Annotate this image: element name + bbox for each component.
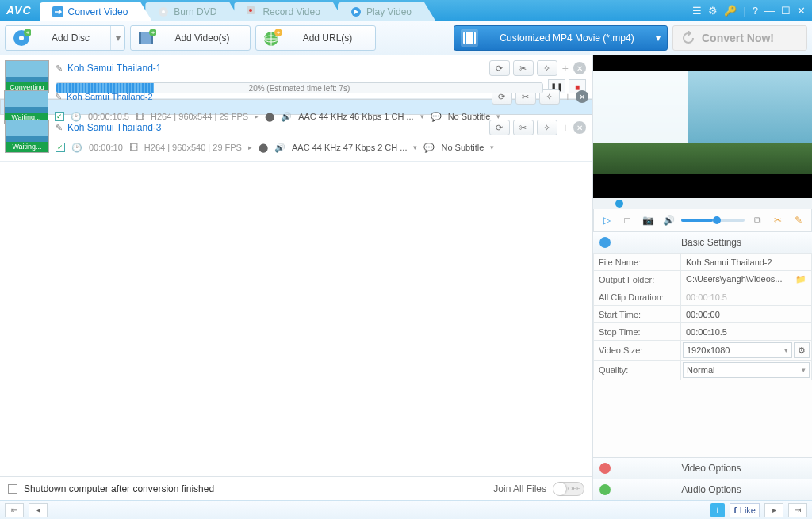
file-name-value[interactable]: Koh Samui Thailand-2	[681, 254, 812, 271]
rotate-button[interactable]: ⟳	[489, 60, 510, 76]
prev-button[interactable]: ◂	[29, 503, 48, 517]
chevron-down-icon[interactable]: ▾	[490, 143, 494, 151]
cut-button[interactable]: ✂	[513, 120, 534, 135]
video-size-select[interactable]: 1920x1080▾	[683, 342, 792, 358]
minimize-icon[interactable]: —	[764, 5, 775, 17]
tab-burn-dvd[interactable]: Burn DVD	[145, 2, 240, 21]
section-header[interactable]: Video Options	[593, 458, 812, 479]
tab-play-video[interactable]: Play Video	[338, 2, 435, 21]
facebook-like-button[interactable]: fLike	[730, 503, 760, 517]
status-badge: Waiting...	[6, 142, 48, 152]
effects-button[interactable]: ✧	[537, 120, 557, 135]
add-videos-button[interactable]: + Add Video(s)	[130, 25, 251, 51]
subtitle-icon: 💬	[423, 143, 435, 153]
crop-button[interactable]: ✂	[770, 213, 786, 227]
app-logo: AVC	[6, 0, 40, 21]
svg-text:+: +	[26, 29, 30, 36]
svg-rect-21	[473, 32, 474, 44]
audio-info-label: AAC 44 KHz 47 Kbps 2 CH ...	[292, 143, 408, 152]
button-label: Add Video(s)	[161, 32, 243, 44]
tab-record-video[interactable]: Record Video	[234, 2, 344, 21]
add-icon[interactable]: +	[561, 62, 570, 74]
collapse-left-button[interactable]: ⇤	[5, 503, 24, 517]
collapse-right-button[interactable]: ⇥	[788, 503, 807, 517]
button-label: Add Disc	[36, 32, 105, 44]
next-button[interactable]: ▸	[764, 503, 783, 517]
join-files-toggle[interactable]	[553, 482, 584, 496]
setting-key: File Name:	[594, 254, 681, 271]
profile-label: Customized MP4 Movie (*.mp4)	[485, 32, 649, 44]
audio-options-section: Audio Options	[593, 479, 812, 500]
stop-button[interactable]: □	[619, 213, 635, 227]
item-title: Koh Samui Thailand-1	[67, 63, 162, 74]
stop-time-value[interactable]: 00:00:10.5	[681, 323, 812, 341]
remove-button[interactable]: ✕	[576, 90, 588, 103]
add-urls-button[interactable]: + Add URL(s)	[255, 25, 376, 51]
add-icon[interactable]: +	[563, 90, 573, 103]
play-button[interactable]: ▷	[599, 213, 615, 227]
add-icon[interactable]: +	[561, 121, 570, 134]
chevron-down-icon[interactable]: ▾	[413, 143, 417, 151]
edit-icon[interactable]: ✎	[56, 63, 63, 74]
cut-button[interactable]: ✂	[513, 60, 534, 76]
section-header[interactable]: Basic Settings	[593, 232, 812, 253]
svg-point-7	[19, 36, 24, 40]
seek-bar[interactable]	[593, 198, 812, 209]
list-item[interactable]: Waiting... ✎ Koh Samui Thailand-3 ⟳ ✂ ✧ …	[0, 115, 592, 162]
volume-icon[interactable]: 🔊	[661, 213, 676, 227]
tab-label: Play Video	[366, 6, 412, 17]
advanced-settings-button[interactable]: ⚙	[794, 342, 810, 358]
twitter-button[interactable]: t	[710, 503, 725, 517]
shutdown-checkbox[interactable]	[8, 484, 17, 494]
side-panel: ▷ □ 📷 🔊 ⧉ ✂ ✎ Basic Settings File Name: …	[593, 55, 812, 500]
setting-key: Start Time:	[594, 306, 681, 323]
list-icon[interactable]: ☰	[692, 5, 702, 17]
output-profile-select[interactable]: Customized MP4 Movie (*.mp4) ▾	[454, 25, 668, 51]
effects-button[interactable]: ✧	[537, 60, 557, 76]
wand-button[interactable]: ✎	[791, 213, 806, 227]
output-folder-value[interactable]: C:\Users\yangh\Videos... 📁	[681, 271, 812, 288]
folder-icon[interactable]: 📁	[795, 274, 806, 284]
separator: |	[743, 5, 745, 17]
start-time-value[interactable]: 00:00:00	[681, 306, 812, 323]
edit-icon[interactable]: ✎	[56, 123, 63, 133]
main-toolbar: + Add Disc ▾ + Add Video(s) + Add URL(s)…	[0, 21, 812, 55]
svg-text:+: +	[151, 29, 155, 36]
chevron-down-icon[interactable]: ▾	[110, 26, 124, 50]
tab-convert-video[interactable]: Convert Video	[40, 2, 152, 21]
preview-pane[interactable]	[593, 55, 812, 198]
rotate-button[interactable]: ⟳	[489, 120, 510, 135]
maximize-icon[interactable]: ☐	[781, 5, 791, 17]
remove-button[interactable]: ✕	[573, 121, 586, 134]
section-header[interactable]: Audio Options	[593, 479, 812, 500]
setting-key: Output Folder:	[594, 271, 681, 288]
basic-settings-section: Basic Settings File Name: Koh Samui Thai…	[593, 231, 812, 380]
svg-text:+: +	[277, 29, 281, 36]
main-area: Converting ✎ Koh Samui Thailand-1 ⟳ ✂ ✧ …	[0, 55, 812, 500]
video-track-select[interactable]: ▸	[248, 143, 252, 151]
section-label: Basic Settings	[617, 237, 806, 248]
key-icon[interactable]: 🔑	[724, 5, 737, 17]
snapshot-button[interactable]: 📷	[640, 213, 656, 227]
window-controls: ☰ ⚙ 🔑 | ? — ☐ ✕	[686, 0, 812, 21]
close-icon[interactable]: ✕	[797, 5, 806, 17]
tab-label: Record Video	[262, 6, 320, 17]
button-label: Convert Now!	[702, 32, 774, 44]
video-options-section: Video Options	[593, 457, 812, 479]
help-icon[interactable]: ?	[753, 5, 758, 17]
video-icon: 🎞	[129, 143, 138, 152]
volume-slider[interactable]	[681, 219, 745, 222]
mark-in-button[interactable]: ⧉	[749, 213, 765, 227]
list-item[interactable]: Converting ✎ Koh Samui Thailand-1 ⟳ ✂ ✧ …	[0, 55, 592, 99]
svg-point-4	[249, 9, 252, 12]
checkbox[interactable]: ✓	[56, 143, 65, 152]
convert-now-button[interactable]: Convert Now!	[672, 25, 807, 51]
settings-grid: File Name: Koh Samui Thailand-2 Output F…	[593, 253, 812, 380]
play-icon	[350, 6, 362, 17]
list-item[interactable]: Waiting... ✎ Koh Samui Thailand-2 ⟳ ✂ ✧ …	[0, 99, 592, 115]
settings-icon[interactable]: ⚙	[708, 5, 718, 17]
quality-select[interactable]: Normal▾	[683, 362, 810, 378]
thumbnail: Converting	[5, 60, 49, 93]
remove-button[interactable]: ✕	[573, 62, 586, 74]
add-disc-button[interactable]: + Add Disc ▾	[5, 25, 125, 51]
